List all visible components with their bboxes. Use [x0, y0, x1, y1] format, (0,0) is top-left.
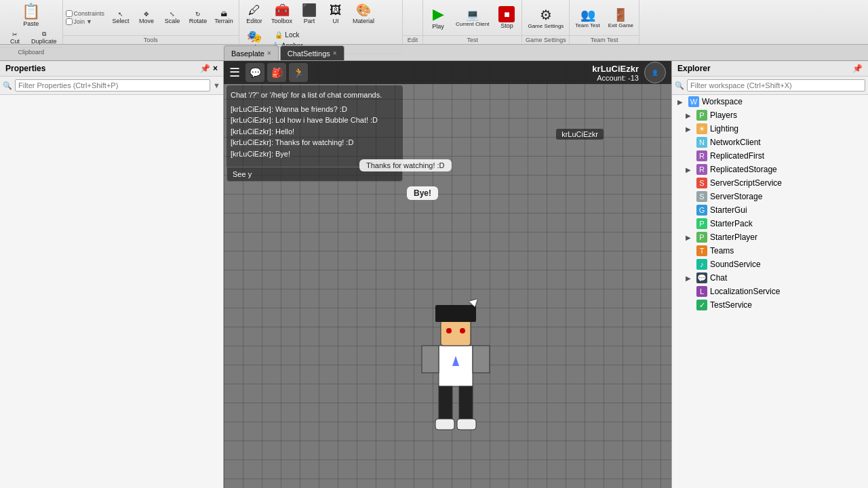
localizationservice-label: LocalizationService: [710, 287, 780, 296]
explorer-item-lighting[interactable]: ▶ ☀ Lighting: [672, 122, 868, 136]
starterplayer-arrow: ▶: [686, 234, 694, 241]
properties-header: Properties 📌 ×: [0, 61, 223, 77]
tab-chatsettings-close[interactable]: ×: [333, 49, 337, 57]
move-button[interactable]: ✥ Move: [134, 9, 159, 26]
properties-filter-input[interactable]: [15, 79, 210, 92]
explorer-item-soundservice[interactable]: ♪ SoundService: [672, 258, 868, 271]
toolbar: 📋 Paste ✂ Cut ⧉ Duplicate Clipboard: [0, 0, 868, 45]
part-button[interactable]: ⬛ Part: [297, 1, 321, 26]
soundservice-icon: ♪: [696, 259, 707, 270]
backpack-icon-button[interactable]: 🎒: [267, 63, 286, 82]
team-test-group: 👥 Team Test 🚪 Exit Game Team Test: [570, 0, 639, 44]
replicatedfirst-icon: R: [696, 150, 707, 161]
networkclient-icon: N: [696, 137, 707, 148]
toolbox-button[interactable]: 🧰 Toolbox: [269, 1, 295, 26]
explorer-item-networkclient[interactable]: N NetworkClient: [672, 136, 868, 149]
stop-button[interactable]: ■ Stop: [494, 5, 519, 30]
svg-rect-2: [435, 305, 476, 322]
starterpack-label: StarterPack: [710, 219, 753, 228]
players-label: Players: [710, 110, 737, 120]
workspace-icon: W: [688, 96, 699, 107]
lighting-arrow: ▶: [686, 125, 694, 133]
constraints-checkbox[interactable]: [66, 10, 73, 17]
startergui-label: StarterGui: [710, 205, 747, 215]
lock-button[interactable]: 🔒Lock: [269, 30, 306, 40]
explorer-item-serverstorage[interactable]: S ServerStorage: [672, 190, 868, 203]
material-button[interactable]: 🎨 Material: [350, 1, 377, 26]
game-view[interactable]: ☰ 💬 🎒 🏃 krLuCiEzkr Account: -13 👤 krLuCi…: [224, 61, 671, 488]
filter-dropdown-icon[interactable]: ▼: [213, 81, 220, 89]
networkclient-label: NetworkClient: [710, 138, 761, 147]
explorer-item-teams[interactable]: T Teams: [672, 244, 868, 258]
chat-message-0: [krLuCiEzkr]: Wanna be friends? :D: [231, 104, 399, 115]
explorer-panel: Explorer 📌 🔍 ▶ W Workspace ▶ P Players ▶: [671, 61, 868, 488]
explorer-item-testservice[interactable]: ✓ TestService: [672, 298, 868, 312]
teams-label: Teams: [710, 246, 734, 256]
explorer-item-workspace[interactable]: ▶ W Workspace: [672, 95, 868, 108]
serverscriptservice-icon: S: [696, 178, 707, 188]
speech-bubble-bye: Bye!: [407, 186, 438, 200]
explorer-item-players[interactable]: ▶ P Players: [672, 108, 868, 122]
explorer-filter-bar: 🔍: [672, 77, 868, 95]
duplicate-button[interactable]: ⧉ Duplicate: [28, 29, 60, 46]
lighting-icon: ☀: [696, 123, 707, 134]
current-client-button[interactable]: 💻 Current Client: [453, 7, 492, 28]
exit-game-button[interactable]: 🚪 Exit Game: [606, 6, 636, 30]
rotate-button[interactable]: ↻ Rotate: [186, 9, 210, 26]
game-settings-label: Game Settings: [522, 35, 569, 44]
chat-label: Chat: [710, 273, 727, 283]
ui-button[interactable]: 🖼 UI: [323, 2, 348, 26]
clipboard-group: 📋 Paste ✂ Cut ⧉ Duplicate Clipboard: [0, 0, 63, 44]
explorer-item-starterpack[interactable]: P StarterPack: [672, 217, 868, 230]
properties-pin-icon[interactable]: 📌: [200, 64, 210, 73]
explorer-item-starterplayer[interactable]: ▶ P StarterPlayer: [672, 230, 868, 244]
scale-button[interactable]: ⤡ Scale: [160, 9, 184, 26]
svg-rect-1: [441, 319, 471, 346]
explorer-item-startergui[interactable]: G StarterGui: [672, 203, 868, 217]
starterplayer-label: StarterPlayer: [710, 232, 757, 242]
explorer-tree: ▶ W Workspace ▶ P Players ▶ ☀ Lighting N…: [672, 95, 868, 488]
explorer-filter-input[interactable]: [687, 79, 865, 92]
chat-message-2: [krLuCiEzkr]: Hello!: [231, 126, 399, 138]
serverstorage-icon: S: [696, 191, 707, 202]
explorer-item-localizationservice[interactable]: L LocalizationService: [672, 285, 868, 298]
play-button[interactable]: ▶ Play: [426, 4, 450, 31]
emote-icon-button[interactable]: 🏃: [289, 63, 308, 82]
chat-icon-button[interactable]: 💬: [245, 63, 264, 82]
hamburger-menu-icon[interactable]: ☰: [229, 65, 240, 80]
explorer-pin-icon[interactable]: 📌: [852, 64, 863, 73]
join-checkbox[interactable]: [66, 18, 73, 25]
explorer-item-chat[interactable]: ▶ 💬 Chat: [672, 271, 868, 285]
speech-bubble-thanks: Thanks for watching! :D: [359, 159, 452, 171]
tab-baseplate[interactable]: Baseplate ×: [224, 45, 279, 60]
svg-rect-8: [457, 419, 476, 430]
properties-close-icon[interactable]: ×: [213, 64, 218, 73]
explorer-item-serverscriptservice[interactable]: S ServerScriptService: [672, 176, 868, 190]
select-button[interactable]: ↖ Select: [108, 9, 133, 26]
editor-button[interactable]: 🖊 Editor: [242, 2, 267, 26]
paste-button[interactable]: 📋 Paste: [3, 1, 60, 28]
filter-icon: 🔍: [3, 81, 12, 90]
explorer-item-replicatedstorage[interactable]: ▶ R ReplicatedStorage: [672, 163, 868, 176]
startergui-icon: G: [696, 205, 707, 216]
explorer-item-replicatedfirst[interactable]: R ReplicatedFirst: [672, 149, 868, 163]
terrain-button[interactable]: 🏔 Terrain: [212, 9, 236, 26]
tools-group: Constraints Join ▼ ↖ Select ✥ Move: [63, 0, 240, 44]
edit-group: Edit: [403, 0, 423, 44]
svg-point-10: [446, 328, 452, 333]
testservice-label: TestService: [710, 300, 752, 310]
svg-rect-4: [473, 346, 490, 373]
topbar-avatar: 👤: [644, 62, 666, 83]
team-test-label: Team Test: [570, 35, 639, 44]
tab-chatsettings[interactable]: ChatSettings ×: [280, 45, 344, 60]
clipboard-label: Clipboard: [0, 47, 62, 56]
chat-arrow: ▶: [686, 274, 694, 282]
workspace-label: Workspace: [702, 97, 743, 106]
tab-baseplate-close[interactable]: ×: [267, 49, 271, 57]
game-settings-button[interactable]: ⚙ Game Settings: [525, 5, 566, 30]
team-test-button[interactable]: 👥 Team Test: [572, 6, 602, 30]
serverscriptservice-label: ServerScriptService: [710, 178, 782, 188]
join-dropdown[interactable]: ▼: [86, 18, 92, 25]
serverstorage-label: ServerStorage: [710, 192, 762, 201]
cut-button[interactable]: ✂ Cut: [3, 29, 27, 46]
